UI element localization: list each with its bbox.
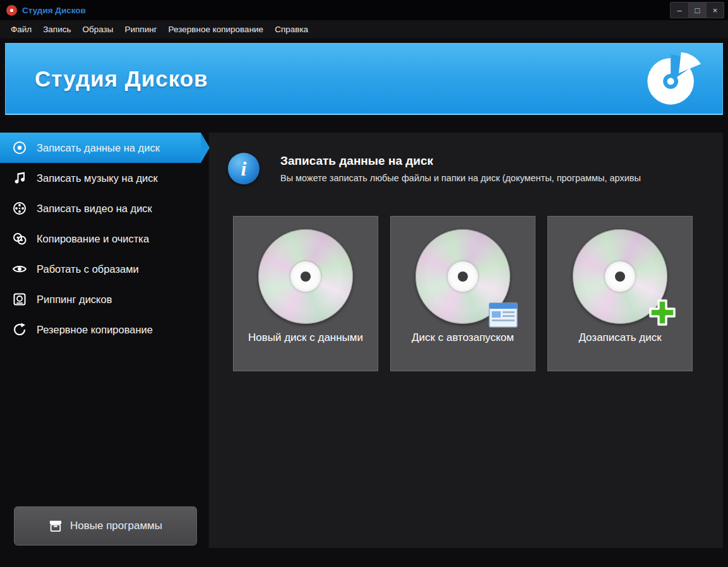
cd-disc-image [415, 229, 510, 324]
header-banner: Студия Дисков [5, 43, 723, 115]
new-programs-label: Новые программы [70, 520, 162, 532]
sidebar-item-burn-video[interactable]: Записать видео на диск [0, 193, 201, 224]
sidebar-item-copy-erase[interactable]: Копирование и очистка [0, 224, 201, 254]
maximize-button[interactable]: □ [688, 3, 706, 18]
sidebar-item-label: Записать видео на диск [37, 203, 152, 215]
green-plus-icon [646, 296, 679, 329]
sidebar-item-label: Записать музыку на диск [37, 172, 158, 184]
card-label: Новый диск с данными [248, 331, 363, 344]
eye-icon [11, 261, 28, 277]
new-programs-button[interactable]: Новые программы [14, 506, 197, 546]
sidebar-item-backup[interactable]: Резервное копирование [0, 314, 201, 345]
sidebar-item-burn-music[interactable]: Записать музыку на диск [0, 163, 201, 193]
app-icon [6, 5, 17, 16]
info-text: Записать данные на диск Вы можете записа… [280, 152, 641, 184]
disc-drive-icon [11, 291, 28, 307]
sidebar-item-burn-data[interactable]: Записать данные на диск [0, 133, 201, 163]
card-label: Диск с автозапуском [412, 331, 514, 344]
page-title: Записать данные на диск [280, 154, 641, 168]
card-append-disc[interactable]: Дозаписать диск [547, 216, 693, 371]
backup-arrows-icon [11, 321, 28, 338]
window-controls: – □ × [670, 2, 724, 18]
card-autorun-disc[interactable]: Диск с автозапуском [390, 216, 535, 371]
menu-images[interactable]: Образы [77, 21, 119, 37]
app-title: Студия Дисков [35, 66, 208, 92]
sidebar-item-label: Риппинг дисков [37, 294, 112, 306]
disc-record-icon [11, 140, 28, 156]
menu-backup[interactable]: Резервное копирование [163, 21, 270, 37]
title-bar: Студия Дисков – □ × [0, 0, 728, 20]
sidebar-item-disc-images[interactable]: Работать с образами [0, 254, 201, 284]
sidebar-item-label: Копирование и очистка [37, 233, 149, 245]
menu-burn[interactable]: Запись [37, 21, 76, 37]
minimize-button[interactable]: – [671, 3, 688, 18]
content-region: Записать данные на диск Записать музыку … [0, 133, 723, 548]
main-panel: i Записать данные на диск Вы можете запи… [208, 133, 723, 548]
sidebar-item-label: Резервное копирование [37, 324, 153, 336]
menu-ripping[interactable]: Риппинг [119, 21, 163, 37]
music-note-icon [11, 170, 28, 186]
info-icon: i [228, 153, 260, 184]
cd-disc-image [258, 229, 353, 324]
menu-file[interactable]: Файл [5, 21, 37, 37]
card-new-data-disc[interactable]: Новый диск с данными [233, 216, 378, 371]
copy-discs-icon [11, 230, 28, 247]
sidebar-item-disc-ripping[interactable]: Риппинг дисков [0, 284, 201, 314]
close-button[interactable]: × [706, 3, 724, 18]
page-description: Вы можете записать любые файлы и папки н… [280, 173, 641, 183]
cd-disc-image [573, 229, 667, 324]
sidebar-item-label: Работать с образами [37, 263, 139, 275]
cd-logo-icon [643, 51, 701, 109]
sidebar-item-label: Записать данные на диск [37, 142, 160, 154]
action-cards: Новый диск с данными Диск с автозапуском [233, 216, 723, 371]
autorun-window-icon [489, 302, 518, 328]
menu-bar: Файл Запись Образы Риппинг Резервное коп… [0, 20, 728, 39]
box-icon [49, 520, 63, 532]
card-label: Дозаписать диск [578, 331, 661, 344]
sidebar: Записать данные на диск Записать музыку … [0, 133, 208, 548]
window-title: Студия Дисков [22, 6, 86, 15]
film-reel-icon [11, 200, 28, 217]
info-row: i Записать данные на диск Вы можете запи… [209, 133, 723, 184]
menu-help[interactable]: Справка [269, 21, 314, 37]
